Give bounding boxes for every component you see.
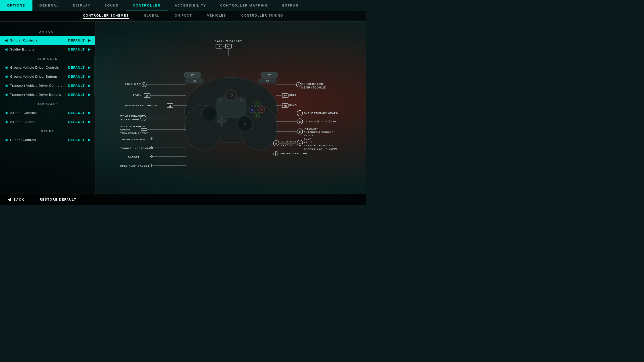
arrow-left-air-pilot-controls[interactable]: ◀ [4, 111, 8, 115]
soldier-controls-label: Soldier Controls [10, 38, 66, 42]
scheme-soldier-buttons[interactable]: ◀ Soldier Buttons DEFAULT ▶ [0, 45, 95, 54]
svg-text:GADGET: GADGET [128, 156, 140, 158]
air-pilot-buttons-value: DEFAULT [68, 120, 85, 124]
svg-text:X: X [299, 131, 301, 133]
arrow-left-tvd-buttons[interactable]: ◀ [4, 93, 8, 97]
svg-text:R: R [244, 123, 246, 126]
svg-text:≡: ≡ [220, 100, 221, 101]
svg-text:LOOK RIGHT: LOOK RIGHT [281, 140, 298, 143]
arrow-right-tvd-controls[interactable]: ▶ [87, 83, 91, 87]
nav-general[interactable]: GENERAL [32, 0, 66, 11]
svg-text:+: + [223, 45, 225, 48]
arrow-left-gunner-controls[interactable]: ◀ [4, 138, 8, 142]
svg-text:TOGGLE UNDERBARREL: TOGGLE UNDERBARREL [120, 147, 154, 150]
section-on-foot: ON FOOT [0, 27, 95, 36]
scheme-air-pilot-controls[interactable]: ◀ Air Pilot Controls DEFAULT ▶ [0, 108, 95, 117]
arrow-right-tvd-buttons[interactable]: ▶ [87, 93, 91, 97]
svg-text:✛: ✛ [150, 163, 153, 167]
scheme-gvd-controls[interactable]: ◀ Ground Vehicle Driver Controls DEFAULT… [0, 63, 95, 72]
arrow-right-soldier-controls[interactable]: ▶ [87, 38, 91, 42]
svg-text:CALL-IN TABLET: CALL-IN TABLET [215, 40, 242, 43]
svg-text:CYCLE PRIMARY WEAPO: CYCLE PRIMARY WEAPO [304, 112, 338, 114]
scheme-gvd-buttons[interactable]: ◀ Ground Vehicle Driver Buttons DEFAULT … [0, 72, 95, 81]
arrow-right-gvd-controls[interactable]: ▶ [87, 65, 91, 69]
nav-extras[interactable]: EXTRAS [275, 0, 306, 11]
scheme-tvd-buttons[interactable]: ◀ Transport Vehicle Driver Buttons DEFAU… [0, 90, 95, 99]
svg-text:FIRE: FIRE [289, 94, 297, 97]
svg-text:RT: RT [227, 46, 230, 48]
svg-text:LOOK UP: LOOK UP [281, 143, 293, 146]
svg-text:L: L [209, 113, 210, 116]
section-vehicles: VEHICLES [0, 54, 95, 63]
tab-controller-schemes[interactable]: CONTROLLER SCHEMES [83, 14, 129, 19]
gvd-controls-value: DEFAULT [68, 66, 85, 69]
scheme-soldier-controls[interactable]: ◀ Soldier Controls DEFAULT ▶ [0, 36, 95, 45]
svg-text:Y: Y [256, 103, 258, 106]
arrow-right-gvd-buttons[interactable]: ▶ [87, 74, 91, 78]
nav-display[interactable]: DISPLAY [66, 0, 97, 11]
arrow-right-air-pilot-controls[interactable]: ▶ [87, 111, 91, 115]
nav-controller-mapping[interactable]: CONTROLLER MAPPING [213, 0, 275, 11]
svg-text:≡: ≡ [298, 83, 299, 86]
tab-vehicles[interactable]: VEHICLES [207, 14, 226, 19]
nav-options[interactable]: OPTIONS [0, 0, 32, 11]
svg-text:RB: RB [284, 105, 287, 107]
arrow-left-gvd-buttons[interactable]: ◀ [4, 74, 8, 78]
svg-text:✛: ✛ [150, 154, 153, 159]
back-button[interactable]: ◀ BACK [0, 194, 32, 205]
scheme-gunner-controls[interactable]: ◀ Gunner Controls DEFAULT ▶ [0, 135, 95, 144]
restore-default-label: RESTORE DEFAULT [40, 198, 76, 201]
arrow-left-tvd-controls[interactable]: ◀ [4, 83, 8, 87]
arrow-left-air-pilot-buttons[interactable]: ◀ [4, 120, 8, 124]
arrow-right-gunner-controls[interactable]: ▶ [87, 138, 91, 142]
svg-text:STRAFE RIGHT: STRAFE RIGHT [120, 118, 141, 121]
nav-controller[interactable]: CONTROLLER [126, 0, 168, 11]
arrow-left-gvd-controls[interactable]: ◀ [4, 65, 8, 69]
soldier-buttons-value: DEFAULT [68, 48, 85, 51]
svg-text:PARACHUTE DEPLOY: PARACHUTE DEPLOY [304, 144, 333, 147]
gunner-controls-value: DEFAULT [68, 138, 85, 142]
svg-text:RELOAD: RELOAD [304, 134, 315, 137]
svg-text:X: X [251, 109, 253, 111]
scheme-air-pilot-buttons[interactable]: ◀ Air Pilot Buttons DEFAULT ▶ [0, 117, 95, 126]
arrow-left-soldier-buttons[interactable]: ◀ [4, 47, 8, 51]
arrow-right-soldier-buttons[interactable]: ▶ [87, 47, 91, 51]
section-aircraft: AIRCRAFT [0, 99, 95, 108]
nav-accessibility[interactable]: ACCESSIBILITY [168, 0, 213, 11]
gvd-controls-label: Ground Vehicle Driver Controls [10, 66, 66, 69]
svg-text:LT: LT [146, 95, 148, 97]
soldier-controls-value: DEFAULT [68, 38, 85, 42]
svg-text:L: L [143, 117, 144, 120]
tab-controller-tuning[interactable]: CONTROLLER TUNING [241, 14, 283, 19]
scheme-tvd-controls[interactable]: ◀ Transport Vehicle Driver Controls DEFA… [0, 81, 95, 90]
svg-text:VAULT: VAULT [304, 141, 313, 144]
svg-text:IN-GAME CUSTOMIZATI: IN-GAME CUSTOMIZATI [125, 104, 157, 107]
scrollbar-thumb[interactable] [95, 56, 95, 97]
arrow-left-soldier-controls[interactable]: ◀ [4, 38, 8, 42]
scrollbar-track[interactable] [95, 56, 95, 159]
svg-text:A: A [256, 114, 258, 117]
gunner-controls-label: Gunner Controls [10, 138, 66, 142]
tab-on-foot[interactable]: ON FOOT [175, 14, 192, 19]
svg-text:STEADY SCOPE: STEADY SCOPE [120, 125, 142, 128]
svg-text:✛: ✛ [150, 137, 153, 141]
gvd-buttons-value: DEFAULT [68, 75, 85, 78]
arrow-right-air-pilot-buttons[interactable]: ▶ [87, 120, 91, 124]
svg-text:FULL MAP: FULL MAP [125, 83, 141, 85]
back-icon: ◀ [8, 197, 11, 202]
svg-text:ENTER/EXIT VEHICLE: ENTER/EXIT VEHICLE [304, 131, 334, 133]
back-label: BACK [14, 198, 24, 201]
svg-text:WALK FORWARD: WALK FORWARD [120, 114, 143, 117]
gvd-buttons-label: Ground Vehicle Driver Buttons [10, 75, 66, 78]
svg-text:A: A [299, 142, 301, 145]
nav-sound[interactable]: SOUND [97, 0, 126, 11]
svg-text:CROUCH (TOGGLE) / PR: CROUCH (TOGGLE) / PR [304, 120, 337, 123]
svg-text:JUMP: JUMP [304, 138, 311, 140]
svg-text:RB: RB [266, 80, 269, 82]
tab-global[interactable]: GLOBAL [144, 14, 160, 19]
top-navigation: OPTIONS GENERAL DISPLAY SOUND CONTROLLER… [0, 0, 366, 11]
restore-default-button[interactable]: RESTORE DEFAULT [32, 194, 84, 205]
svg-text:LB: LB [169, 105, 172, 107]
svg-rect-118 [275, 152, 277, 156]
svg-text:MELEE TAKEDOWN: MELEE TAKEDOWN [281, 152, 307, 155]
